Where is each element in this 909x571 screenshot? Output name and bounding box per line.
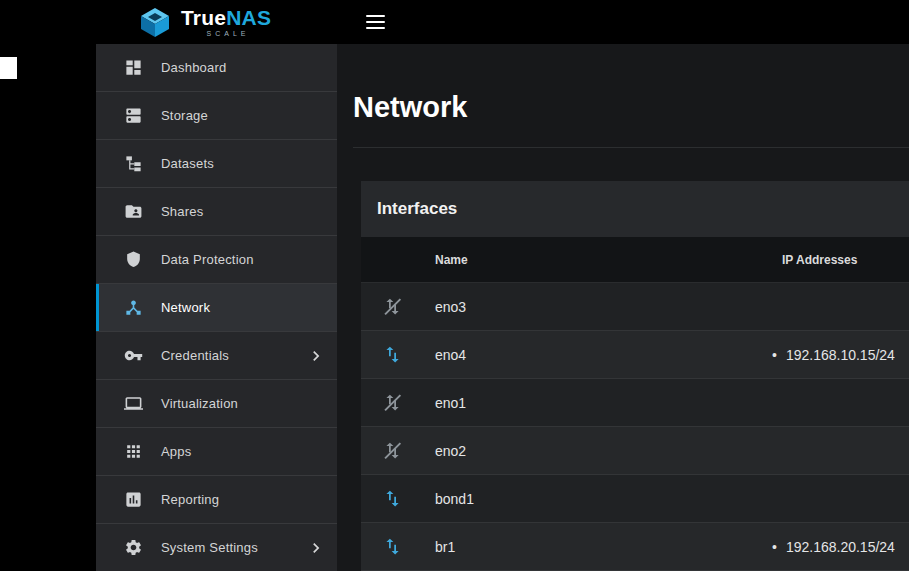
link-up-icon	[382, 488, 403, 509]
sidebar-item-label: Dashboard	[161, 60, 226, 75]
column-header-name: Name	[423, 253, 754, 267]
sidebar-item-label: Reporting	[161, 492, 219, 507]
hamburger-icon	[366, 15, 385, 17]
sidebar-item-datasets[interactable]: Datasets	[96, 140, 337, 188]
table-row[interactable]: eno3 •	[361, 283, 909, 331]
chevron-right-icon	[306, 346, 326, 366]
storage-icon	[124, 106, 143, 125]
page-title: Network	[353, 92, 909, 124]
chevron-right-icon	[306, 538, 326, 558]
datasets-icon	[124, 154, 143, 173]
sidebar-item-storage[interactable]: Storage	[96, 92, 337, 140]
title-divider	[353, 147, 909, 148]
sidebar-item-label: Credentials	[161, 348, 229, 363]
dashboard-icon	[124, 58, 143, 77]
interface-name: eno1	[423, 395, 754, 411]
table-row[interactable]: br1 •192.168.20.15/24	[361, 523, 909, 571]
sidebar: Dashboard Storage Datasets Shares Data P…	[96, 44, 337, 571]
sidebar-item-reporting[interactable]: Reporting	[96, 476, 337, 524]
menu-button[interactable]	[363, 12, 387, 32]
brand-name: TrueNAS	[181, 7, 271, 28]
interface-name: eno4	[423, 347, 754, 363]
bar-chart-icon	[124, 490, 143, 509]
sidebar-item-label: Shares	[161, 204, 203, 219]
sidebar-item-label: Apps	[161, 444, 191, 459]
interface-ip: •192.168.10.15/24	[754, 347, 909, 363]
truenas-screen: TrueNAS SCALE Dashboard Storage Datasets…	[0, 0, 909, 571]
os-left-strip	[0, 0, 96, 571]
ip-address: 192.168.10.15/24	[786, 347, 895, 363]
topbar: TrueNAS SCALE	[96, 0, 909, 44]
link-up-icon	[382, 344, 403, 365]
truenas-logo-icon	[138, 7, 172, 38]
sidebar-item-shares[interactable]: Shares	[96, 188, 337, 236]
sidebar-item-dashboard[interactable]: Dashboard	[96, 44, 337, 92]
link-down-icon	[382, 392, 403, 413]
sidebar-item-data-protection[interactable]: Data Protection	[96, 236, 337, 284]
table-row[interactable]: eno2 •	[361, 427, 909, 475]
gear-icon	[124, 538, 143, 557]
apps-grid-icon	[124, 442, 143, 461]
laptop-icon	[124, 394, 143, 413]
link-up-icon	[382, 536, 403, 557]
sidebar-item-label: System Settings	[161, 540, 258, 555]
interface-name: eno2	[423, 443, 754, 459]
interfaces-card: Interfaces Name IP Addresses eno3 •	[361, 181, 909, 571]
table-header: Name IP Addresses	[361, 237, 909, 283]
interfaces-card-title: Interfaces	[361, 181, 909, 237]
truenas-logo-text: TrueNAS SCALE	[181, 7, 271, 37]
sidebar-item-label: Storage	[161, 108, 208, 123]
sidebar-item-label: Network	[161, 300, 210, 315]
shares-icon	[124, 202, 143, 221]
sidebar-item-label: Virtualization	[161, 396, 238, 411]
table-row[interactable]: eno1 •	[361, 379, 909, 427]
ip-address: 192.168.20.15/24	[786, 539, 895, 555]
sidebar-item-network[interactable]: Network	[96, 284, 337, 332]
shield-icon	[124, 250, 143, 269]
sidebar-item-label: Datasets	[161, 156, 214, 171]
interface-name: eno3	[423, 299, 754, 315]
sidebar-item-credentials[interactable]: Credentials	[96, 332, 337, 380]
sidebar-item-label: Data Protection	[161, 252, 254, 267]
bullet: •	[772, 539, 777, 555]
truenas-logo[interactable]: TrueNAS SCALE	[138, 0, 271, 44]
sidebar-item-apps[interactable]: Apps	[96, 428, 337, 476]
interface-name: bond1	[423, 491, 754, 507]
interface-name: br1	[423, 539, 754, 555]
sidebar-item-virtualization[interactable]: Virtualization	[96, 380, 337, 428]
interface-ip: •192.168.20.15/24	[754, 539, 909, 555]
brand-subtitle: SCALE	[181, 30, 271, 37]
key-icon	[124, 346, 143, 365]
screen-edge-artifact	[0, 57, 17, 79]
link-down-icon	[382, 296, 403, 317]
table-row[interactable]: bond1 •	[361, 475, 909, 523]
column-header-ip: IP Addresses	[754, 253, 909, 267]
interfaces-table-body: eno3 • eno4 •192.168.10.15/24	[361, 283, 909, 571]
link-down-icon	[382, 440, 403, 461]
table-row[interactable]: eno4 •192.168.10.15/24	[361, 331, 909, 379]
bullet: •	[772, 347, 777, 363]
main-content: Network Interfaces Name IP Addresses eno…	[337, 44, 909, 571]
network-hub-icon	[124, 298, 143, 317]
sidebar-item-system-settings[interactable]: System Settings	[96, 524, 337, 571]
